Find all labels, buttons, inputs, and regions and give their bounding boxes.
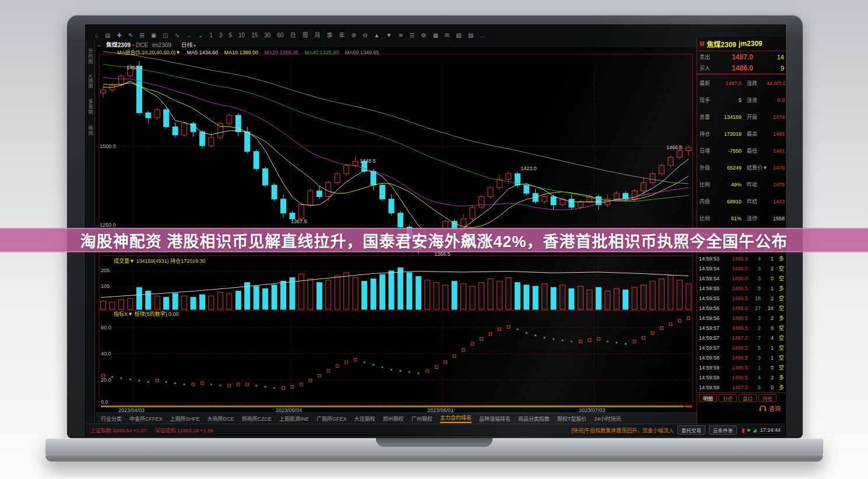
status-bar-button[interactable]: 云条件单 [709,425,737,435]
toolbar-icon[interactable]: ⌂ [95,31,99,39]
quote-stat-row: 日增-7550最低1461 [697,142,786,159]
tick-tab-2[interactable]: 分价 [719,394,737,402]
market-tab[interactable]: 中金所CFFEX [129,415,163,422]
ma-combo-label[interactable]: MA组合(5,10,20,40,60,0)▼ [117,50,181,55]
ma-value: MA5 1434.60 [185,50,218,55]
toolbar-icon[interactable]: ▧ [456,31,461,39]
toolbar-icon[interactable]: 5 [229,31,232,39]
market-tab[interactable]: 广期所GFEX [317,415,347,422]
toolbar-icon[interactable]: ⊕ [352,31,356,39]
market-tab[interactable]: 上期能源INE [279,415,309,422]
quote-stat-row: 现手5涨速0.0 [697,91,786,108]
flag-icon: M [700,41,704,47]
tick-row: 14:59:561486.532多 [697,313,786,323]
bid-row[interactable]: 买入 1486.0 9 [697,62,786,74]
market-tabs-bar: 行业分类中金所CFFEX上期所SHFE大商所DCE郑商所CZCE上期能源INE广… [96,413,697,424]
toolbar-icon[interactable]: ✎ [128,31,133,39]
index-ticker-b: 深证成指 11853.18 +1.98 [154,427,213,434]
toolbar-icon[interactable]: 3 [219,31,223,39]
toolbar-icon[interactable]: 15 [251,31,258,39]
oscillator-axis-tick: 0.0 [101,399,108,405]
news-ticker[interactable]: [快讯]午后指数集体震荡回升，资金小幅流入 [571,427,674,434]
toolbar-icon[interactable]: ▤ [105,31,110,39]
top-toolbar: ⌂▤✚✎⊞▣◫∿↔⌄13510153060日周月季年⊕⊖▲▼≋☰⚙▦✉▧▨… [95,31,783,40]
status-bar-button[interactable]: 委托交易 [677,425,705,435]
oscillator-axis-tick: 40.0 [101,351,111,357]
toolbar-icon[interactable]: ◫ [163,31,168,39]
ask-row[interactable]: 卖出 1487.0 14 [697,51,786,62]
toolbar-icon[interactable]: ▦ [433,31,438,39]
quote-stat-row: 比例49%昨收1475 [697,176,786,193]
tick-row: 14:59:551486.5182空 [697,293,786,303]
toolbar-icon[interactable]: … [480,31,486,39]
market-tab[interactable]: 期权T型报价 [557,415,587,422]
toolbar-icon[interactable]: ⚙ [421,31,427,39]
price-callout: 1423.0 [521,165,537,171]
toolbar-icon[interactable]: ▨ [468,31,473,39]
toolbar-icon[interactable]: ⊖ [363,31,367,39]
tick-tab-1[interactable]: 明细 [699,394,717,402]
toolbar-icon[interactable]: 年 [339,31,345,39]
quote-stat-row: 总量134159开盘1474 [697,108,786,125]
left-strip-tab[interactable]: K线图 [87,75,93,89]
tick-row: 14:59:561486.52724空 [697,303,786,313]
market-tab[interactable]: 郑商所CZCE [242,415,272,422]
toolbar-icon[interactable]: 30 [264,31,270,39]
ma-value: MA60 1349.95 [343,50,379,55]
market-tab[interactable]: 商品分类指数 [518,415,550,422]
toolbar-icon[interactable]: ☰ [410,31,415,39]
toolbar-icon[interactable]: 日 [290,31,296,39]
toolbar-icon[interactable]: ▼ [386,31,392,39]
market-tab[interactable]: 大商所DCE [208,415,234,422]
market-tab[interactable]: 行业分类 [101,415,122,422]
left-strip-tab[interactable]: 画线 [87,125,93,136]
tick-row: 14:59:571486.551空 [697,343,786,353]
tick-row: 14:59:541486.030空 [697,273,786,283]
volume-axis-tick: 105 [101,283,110,289]
market-tab[interactable]: 主力合约排名 [440,414,472,423]
toolbar-icon[interactable]: ✉ [445,31,449,39]
service-row[interactable]: 咨询 [697,403,786,413]
service-label: 咨询 [769,404,781,413]
toolbar-icon[interactable]: ✚ [117,31,122,39]
ma-indicator-header[interactable]: MA组合(5,10,20,40,60,0)▼ MA5 1434.60 MA10 … [117,48,379,56]
toolbar-icon[interactable]: ↔ [186,31,192,39]
tick-row: 14:59:591487.050多 [697,382,786,392]
promo-banner[interactable]: 淘股神配资 港股相识币见解直线拉升，国泰君安海外飙涨42%，香港首批相识币执照今… [0,228,868,252]
volume-pane-header[interactable]: 成交量▼ 134159(4931) 持仓172019:30 [114,257,206,265]
quote-stats: 最新1487.0涨跌44.0/3.0现手5涨速0.0总量134159开盘1474… [697,74,786,244]
laptop-base-edge [45,456,823,462]
ma-value: MA20 1359.35 [263,50,298,55]
price-axis-tick: 1500.0 [100,143,116,149]
sub-indicator-header[interactable]: 指标X▼ 规律(5的数字) 0.00 [114,310,178,318]
toolbar-icon[interactable]: 1 [209,31,213,39]
tick-tab-3[interactable]: 盘口 [739,394,757,402]
market-tab[interactable]: 品种涨幅排名 [479,415,511,422]
market-tab[interactable]: 大连期权 [354,415,375,422]
toolbar-icon[interactable]: 60 [277,31,283,39]
toolbar-icon[interactable]: 周 [303,31,308,39]
toolbar-icon[interactable]: 季 [327,31,333,39]
status-bar: 上证指数 3288.84 +1.67 深证成指 11853.18 +1.98 [… [86,424,786,436]
toolbar-icon[interactable]: ∿ [175,31,180,39]
toolbar-icon[interactable]: ⊞ [139,31,144,39]
market-tab[interactable]: 郑州期权 [383,415,404,422]
toolbar-icon[interactable]: ▣ [151,31,156,39]
toolbar-icon[interactable]: ⌄ [198,31,203,39]
toolbar-icon[interactable]: ≋ [398,31,403,39]
toolbar-icon[interactable]: 月 [315,31,321,39]
market-tab[interactable]: 24小时快讯 [594,415,621,422]
quote-stat-row: 内盘68910昨结1443 [697,193,786,210]
quote-stat-row: 持仓172019最高1495 [697,125,786,142]
tick-row: 14:59:581486.531空 [697,353,786,362]
left-strip-tab[interactable]: 多周期 [87,99,93,115]
tick-row: 14:59:591486.510空 [697,362,786,372]
left-strip-tab[interactable]: 分时图 [87,48,93,64]
signal-icon: ◢ [753,427,757,433]
market-tab[interactable]: 上期所SHFE [170,415,200,422]
price-callout: 1448.5 [360,158,376,164]
toolbar-icon[interactable]: 10 [238,31,245,39]
tick-tab-4[interactable]: 持仓 [758,394,776,402]
market-tab[interactable]: 广州期权 [412,415,433,422]
toolbar-icon[interactable]: ▲ [374,31,379,39]
